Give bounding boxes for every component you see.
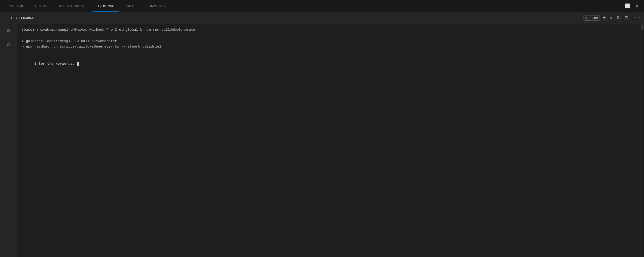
terminal-content[interactable]: (base) shivakumarmangina@Shivas-MacBook-… — [17, 24, 640, 257]
close-panel-icon[interactable]: ✕ — [635, 2, 640, 10]
add-terminal-icon[interactable]: + — [602, 14, 607, 21]
terminal-line-3: > galadriel-contracts@1.0.0 callJokeGene… — [22, 39, 636, 44]
tab-comments[interactable]: COMMENTS — [141, 0, 170, 12]
tab-terminal[interactable]: TERMINAL — [92, 0, 119, 12]
tab-problems[interactable]: PROBLEMS — [1, 0, 30, 12]
node-label: node — [591, 16, 598, 20]
scrollbar-thumb[interactable] — [642, 24, 643, 30]
pin-icon[interactable]: ◎ — [5, 40, 12, 49]
keyword-prompt-text: Enter the keywords: — [34, 62, 77, 66]
main-area: ⚙ ◎ (base) shivakumarmangina@Shivas-MacB… — [0, 24, 644, 257]
terminal-line-5 — [22, 50, 636, 55]
kill-terminal-icon[interactable]: 🗑 — [623, 14, 630, 21]
tab-output[interactable]: OUTPUT — [30, 0, 53, 12]
terminal-line-6: Enter the keywords: — [22, 55, 636, 72]
expand-icon[interactable]: ∨ — [15, 16, 17, 20]
split-terminal-icon[interactable]: ⧉ — [616, 14, 621, 21]
chevron-right-icon[interactable]: › — [9, 15, 14, 21]
terminal-title: TERMINAL — [19, 16, 36, 20]
terminal-type-icon: >_ — [585, 16, 589, 20]
left-sidebar: ⚙ ◎ — [0, 24, 17, 257]
terminal-more-icon[interactable]: ··· — [632, 14, 642, 21]
node-badge[interactable]: >_ node — [584, 15, 600, 21]
terminal-cursor — [77, 62, 79, 66]
tab-debug-console[interactable]: DEBUG CONSOLE — [53, 0, 92, 12]
terminal-line-4: > npx hardhat run scripts/callJokeGenera… — [22, 44, 636, 50]
tab-bar: PROBLEMS OUTPUT DEBUG CONSOLE TERMINAL P… — [0, 0, 644, 12]
chevron-left-icon[interactable]: ‹ — [2, 15, 8, 21]
terminal-line-1: (base) shivakumarmangina@Shivas-MacBook-… — [22, 27, 636, 33]
terminal-line-2 — [22, 33, 636, 39]
more-options-icon[interactable]: ··· — [611, 2, 621, 10]
tab-bar-right-actions: ··· ⬜ ✕ — [611, 2, 643, 10]
terminal-label-section: ∨ TERMINAL — [15, 16, 36, 20]
right-scrollbar[interactable] — [640, 24, 644, 257]
tab-ports[interactable]: PORTS — [119, 0, 141, 12]
toolbar-right-actions: >_ node + ∨ ⧉ 🗑 ··· — [584, 14, 642, 22]
terminal-dropdown-icon[interactable]: ∨ — [609, 14, 614, 22]
settings-icon[interactable]: ⚙ — [5, 26, 12, 35]
terminal-toolbar: ‹ › ∨ TERMINAL >_ node + ∨ ⧉ 🗑 ··· — [0, 12, 644, 24]
maximize-icon[interactable]: ⬜ — [624, 2, 632, 10]
